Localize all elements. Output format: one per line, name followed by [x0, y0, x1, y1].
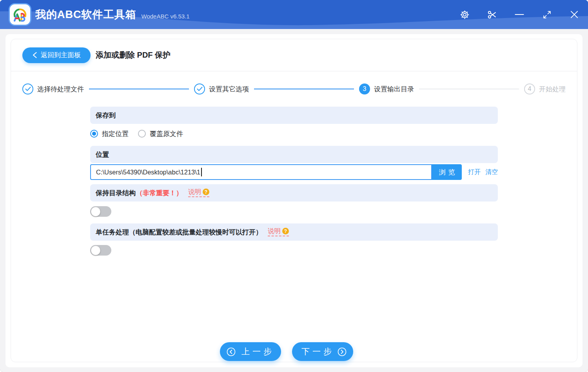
radio-label: 覆盖原文件	[150, 129, 183, 138]
close-icon	[569, 9, 579, 20]
main-panel: 返回到主面板 添加或删除 PDF 保护 选择待处理文件	[11, 39, 577, 362]
titlebar-text: 我的ABC软件工具箱 WodeABC v6.53.1	[35, 0, 190, 29]
clear-link[interactable]: 清空	[485, 168, 498, 176]
step-4-label: 开始处理	[539, 85, 566, 94]
chevron-left-icon	[32, 52, 37, 58]
step-connector-3	[419, 89, 519, 89]
keep-structure-help-link[interactable]: 说明 ?	[188, 189, 209, 197]
text-caret	[201, 168, 202, 176]
app-logo	[9, 3, 31, 26]
close-button[interactable]	[566, 6, 582, 23]
help-link-label: 说明	[268, 228, 281, 234]
step-1-label: 选择待处理文件	[37, 85, 84, 94]
single-task-toggle-off[interactable]	[90, 245, 111, 256]
previous-step-label: 上一步	[239, 346, 274, 357]
toggle-knob	[91, 246, 100, 255]
circle-chevron-left-icon	[227, 347, 236, 356]
step-2-label: 设置其它选项	[209, 85, 249, 94]
maximize-icon	[542, 10, 552, 20]
step-2-circle	[194, 83, 205, 94]
single-task-help-link[interactable]: 说明 ?	[268, 228, 289, 236]
radio-selected-icon[interactable]	[90, 130, 98, 138]
minimize-button[interactable]	[512, 6, 527, 23]
screenshot-button[interactable]	[484, 6, 500, 23]
abc-logo-icon	[11, 5, 29, 24]
minimize-icon	[514, 9, 524, 20]
window-controls	[457, 6, 582, 23]
step-2-options: 设置其它选项	[194, 83, 249, 94]
question-badge-icon: ?	[282, 228, 289, 234]
help-link-label: 说明	[188, 189, 201, 195]
step-4-process: 4 开始处理	[524, 83, 566, 94]
scissors-icon	[487, 9, 497, 20]
radio-unselected-icon[interactable]	[138, 130, 146, 138]
back-button-label: 返回到主面板	[41, 51, 81, 60]
open-folder-link[interactable]: 打开	[468, 168, 481, 176]
maximize-button[interactable]	[539, 6, 555, 23]
next-step-label: 下一步	[299, 346, 334, 357]
question-badge-icon: ?	[203, 189, 209, 195]
location-section-header: 位置	[90, 146, 498, 163]
step-connector-2	[254, 89, 354, 89]
previous-step-button[interactable]: 上一步	[220, 342, 281, 361]
step-3-circle: 3	[359, 83, 370, 94]
step-connector-1	[89, 89, 189, 89]
circle-chevron-right-icon	[338, 347, 347, 356]
step-3-output-dir: 3 设置输出目录	[359, 83, 414, 94]
radio-option-overwrite-original[interactable]: 覆盖原文件	[138, 129, 183, 138]
wizard-footer: 上一步 下一步	[4, 342, 570, 361]
save-to-title: 保存到	[96, 111, 116, 120]
single-task-title: 单任务处理（电脑配置较差或批量处理较慢时可以打开）	[96, 228, 262, 237]
settings-button[interactable]	[457, 6, 472, 23]
step-1-select-files: 选择待处理文件	[22, 83, 84, 94]
radio-label: 指定位置	[102, 129, 129, 138]
save-to-options: 指定位置 覆盖原文件	[90, 128, 498, 139]
location-input-value: C:\Users\54390\Desktop\abc\1213\1	[96, 169, 200, 176]
step-3-label: 设置输出目录	[374, 85, 414, 94]
next-step-button[interactable]: 下一步	[292, 342, 353, 361]
main-card: 返回到主面板 添加或删除 PDF 保护 选择待处理文件	[5, 34, 583, 367]
location-row: C:\Users\54390\Desktop\abc\1213\1 浏览 打开 …	[90, 164, 498, 180]
step-4-circle: 4	[524, 83, 535, 94]
radio-option-specified-location[interactable]: 指定位置	[90, 129, 129, 138]
app-window: 我的ABC软件工具箱 WodeABC v6.53.1	[0, 0, 588, 372]
app-title: 我的ABC软件工具箱	[35, 7, 136, 22]
browse-button[interactable]: 浏览	[432, 164, 462, 180]
location-input[interactable]: C:\Users\54390\Desktop\abc\1213\1	[90, 164, 432, 180]
keep-structure-important-note: （非常重要！）	[136, 189, 183, 198]
toggle-knob	[91, 207, 100, 216]
single-task-section-header: 单任务处理（电脑配置较差或批量处理较慢时可以打开） 说明 ?	[90, 223, 498, 241]
gear-icon	[459, 9, 470, 20]
check-icon	[197, 87, 203, 91]
app-version: WodeABC v6.53.1	[142, 13, 190, 20]
titlebar: 我的ABC软件工具箱 WodeABC v6.53.1	[0, 0, 588, 29]
page-title: 添加或删除 PDF 保护	[96, 50, 171, 60]
wizard-stepper: 选择待处理文件 设置其它选项 3 设置输出目录	[11, 71, 577, 107]
keep-structure-section-header: 保持目录结构 （非常重要！） 说明 ?	[90, 184, 498, 201]
panel-header: 返回到主面板 添加或删除 PDF 保护	[11, 39, 577, 71]
keep-structure-toggle-off[interactable]	[90, 206, 111, 217]
back-to-dashboard-button[interactable]: 返回到主面板	[22, 47, 91, 63]
keep-structure-title: 保持目录结构	[96, 189, 136, 198]
form-content: 保存到 指定位置 覆盖原文件 位置	[90, 107, 498, 256]
step-1-circle	[22, 83, 33, 94]
check-icon	[25, 87, 31, 91]
workspace: 返回到主面板 添加或删除 PDF 保护 选择待处理文件	[0, 29, 588, 372]
location-title: 位置	[96, 150, 109, 159]
save-to-section-header: 保存到	[90, 107, 498, 124]
